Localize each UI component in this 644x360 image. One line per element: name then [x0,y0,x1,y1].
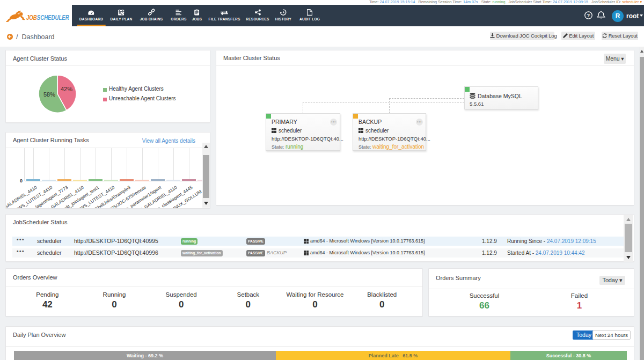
svg-text:?: ? [587,12,590,18]
